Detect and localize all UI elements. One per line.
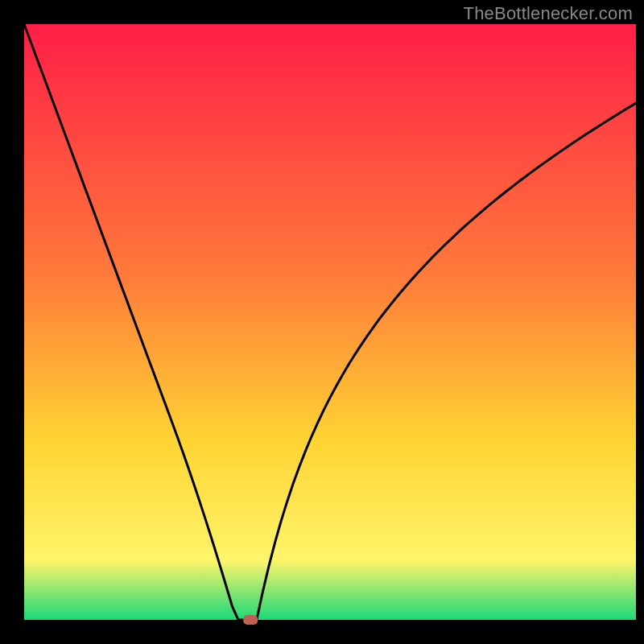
optimum-marker [243,615,258,625]
attribution-text: TheBottlenecker.com [464,3,633,24]
plot-background [24,24,636,620]
bottleneck-chart [0,0,644,644]
chart-stage: TheBottlenecker.com [0,0,644,644]
